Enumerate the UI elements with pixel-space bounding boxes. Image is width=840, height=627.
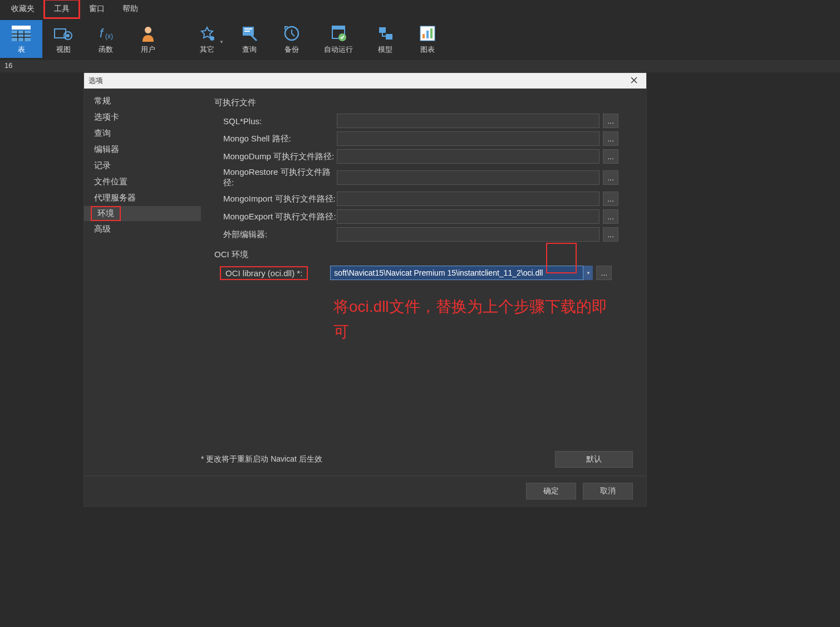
toolbar-function[interactable]: f(x) 函数 <box>85 20 127 58</box>
toolbar-backup[interactable]: 备份 <box>271 20 313 58</box>
chevron-down-icon: ▼ <box>219 40 224 45</box>
function-icon: f(x) <box>96 23 116 43</box>
sidebar-item-query[interactable]: 查询 <box>84 125 201 141</box>
svg-rect-24 <box>426 31 429 38</box>
annotation-text: 将oci.dll文件，替换为上个步骤下载的即可 <box>333 295 612 345</box>
sidebar-item-filelocation[interactable]: 文件位置 <box>84 174 201 190</box>
row-oci: OCI library (oci.dll) *: ▼ ... <box>214 266 633 280</box>
toolbar-user[interactable]: 用户 <box>127 20 169 58</box>
svg-rect-1 <box>12 31 31 41</box>
menu-help[interactable]: 帮助 <box>114 1 147 17</box>
toolbar-query[interactable]: 查询 <box>228 20 271 58</box>
toolbar-model-label: 模型 <box>378 45 392 55</box>
user-icon <box>138 23 158 43</box>
browse-mongorestore[interactable]: ... <box>603 170 618 185</box>
label-externaleditor: 外部编辑器: <box>214 229 337 240</box>
svg-rect-21 <box>386 34 392 40</box>
row-externaleditor: 外部编辑器: ... <box>214 227 633 242</box>
chart-icon <box>417 23 438 43</box>
svg-rect-20 <box>379 27 386 33</box>
other-icon <box>197 23 217 43</box>
query-icon <box>239 23 259 43</box>
toolbar: 表 视图 f(x) 函数 用户 其它 ▼ 查询 备份 <box>0 18 840 60</box>
input-mongoshell[interactable] <box>337 131 600 146</box>
dialog-title: 选项 <box>89 76 103 86</box>
row-mongodump: MongoDump 可执行文件路径: ... <box>214 149 633 164</box>
backup-icon <box>282 23 302 43</box>
sidebar-item-editor[interactable]: 编辑器 <box>84 141 201 158</box>
row-mongoimport: MongoImport 可执行文件路径: ... <box>214 192 633 206</box>
sidebar-item-records[interactable]: 记录 <box>84 158 201 174</box>
toolbar-user-label: 用户 <box>141 45 155 55</box>
input-externaleditor[interactable] <box>337 227 600 242</box>
view-icon <box>53 23 73 43</box>
label-mongodump: MongoDump 可执行文件路径: <box>214 151 337 162</box>
dialog-content: 可执行文件 SQL*Plus: ... Mongo Shell 路径: ... … <box>201 89 646 476</box>
svg-rect-25 <box>430 28 433 38</box>
label-sqlplus: SQL*Plus: <box>214 116 337 126</box>
menu-bar: 收藏夹 工具 窗口 帮助 <box>0 0 840 18</box>
svg-text:f: f <box>100 26 105 40</box>
row-mongoshell: Mongo Shell 路径: ... <box>214 131 633 146</box>
section-executables: 可执行文件 <box>214 97 633 108</box>
menu-window[interactable]: 窗口 <box>80 1 114 17</box>
sidebar-item-tabs[interactable]: 选项卡 <box>84 109 201 125</box>
sidebar-item-advanced[interactable]: 高级 <box>84 221 201 237</box>
svg-rect-23 <box>423 34 425 38</box>
toolbar-backup-label: 备份 <box>284 45 299 55</box>
toolbar-table[interactable]: 表 <box>0 20 42 58</box>
chevron-down-icon: ▼ <box>586 271 591 276</box>
ok-button[interactable]: 确定 <box>526 483 576 499</box>
svg-point-11 <box>145 27 151 33</box>
sidebar-item-environment[interactable]: 环境 <box>91 206 121 221</box>
main-area: 选项 常规 选项卡 查询 编辑器 记录 文件位置 代理服务器 环境 高级 可执行… <box>0 72 840 610</box>
toolbar-other[interactable]: 其它 ▼ <box>186 20 228 58</box>
row-mongorestore: MongoRestore 可执行文件路径: ... <box>214 167 633 188</box>
svg-rect-14 <box>244 28 252 30</box>
input-sqlplus[interactable] <box>337 114 600 128</box>
oci-dropdown[interactable]: ▼ <box>583 266 593 280</box>
browse-mongoshell[interactable]: ... <box>603 131 618 146</box>
input-oci[interactable] <box>330 266 583 280</box>
cancel-button[interactable]: 取消 <box>583 483 633 499</box>
table-icon <box>11 23 31 43</box>
default-button[interactable]: 默认 <box>555 451 633 468</box>
svg-text:(x): (x) <box>105 32 113 40</box>
label-oci: OCI library (oci.dll) *: <box>220 266 308 280</box>
restart-note: * 更改将于重新启动 Navicat 后生效 <box>201 454 322 464</box>
sidebar-item-general[interactable]: 常规 <box>84 93 201 109</box>
toolbar-function-label: 函数 <box>99 45 113 55</box>
input-mongoimport[interactable] <box>337 192 600 206</box>
label-mongorestore: MongoRestore 可执行文件路径: <box>214 167 337 188</box>
browse-sqlplus[interactable]: ... <box>603 114 618 128</box>
row-mongoexport: MongoExport 可执行文件路径: ... <box>214 209 633 224</box>
oci-input-wrapper: ▼ <box>330 266 593 280</box>
toolbar-view[interactable]: 视图 <box>42 20 85 58</box>
toolbar-model[interactable]: 模型 <box>364 20 406 58</box>
dialog-titlebar: 选项 <box>84 73 646 89</box>
input-mongoexport[interactable] <box>337 209 600 224</box>
input-mongorestore[interactable] <box>337 170 600 185</box>
sidebar-item-proxy[interactable]: 代理服务器 <box>84 190 201 206</box>
toolbar-chart[interactable]: 图表 <box>406 20 449 58</box>
menu-tools[interactable]: 工具 <box>43 0 80 19</box>
browse-mongodump[interactable]: ... <box>603 149 618 164</box>
dialog-sidebar: 常规 选项卡 查询 编辑器 记录 文件位置 代理服务器 环境 高级 <box>84 89 201 476</box>
browse-mongoimport[interactable]: ... <box>603 192 618 206</box>
svg-point-8 <box>66 34 70 37</box>
browse-externaleditor[interactable]: ... <box>603 227 618 242</box>
browse-mongoexport[interactable]: ... <box>603 209 618 224</box>
svg-point-12 <box>210 36 214 41</box>
model-icon <box>375 23 395 43</box>
svg-rect-0 <box>12 26 31 30</box>
autorun-icon <box>328 23 348 43</box>
close-button[interactable] <box>626 75 642 86</box>
label-mongoexport: MongoExport 可执行文件路径: <box>214 212 337 222</box>
menu-favorites[interactable]: 收藏夹 <box>2 1 43 17</box>
toolbar-autorun[interactable]: 自动运行 <box>313 20 364 58</box>
toolbar-query-label: 查询 <box>242 45 257 55</box>
browse-oci[interactable]: ... <box>596 266 612 280</box>
status-text: 16 <box>4 61 12 70</box>
input-mongodump[interactable] <box>337 149 600 164</box>
close-icon <box>631 77 637 84</box>
